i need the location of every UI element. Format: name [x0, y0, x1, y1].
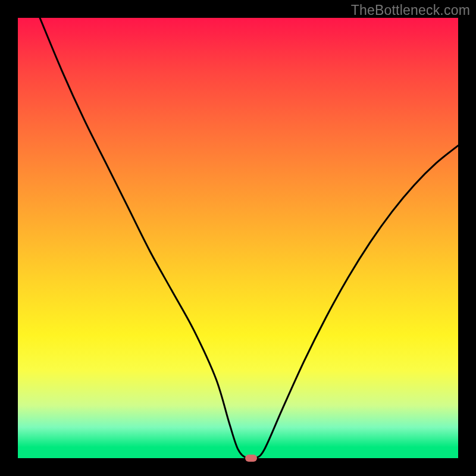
- plot-area: [18, 18, 458, 458]
- bottleneck-curve-svg: [18, 18, 458, 458]
- optimum-marker: [245, 455, 257, 462]
- watermark-text: TheBottleneck.com: [351, 2, 470, 18]
- chart-frame: TheBottleneck.com: [0, 0, 476, 476]
- bottleneck-curve-path: [40, 18, 458, 458]
